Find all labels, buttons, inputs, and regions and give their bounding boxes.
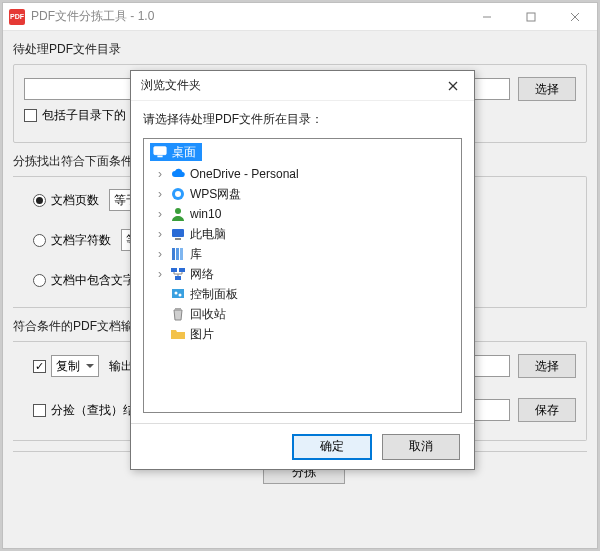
char-count-radio[interactable] (33, 234, 46, 247)
dialog-close-button[interactable] (438, 71, 468, 101)
contains-text-radio[interactable] (33, 274, 46, 287)
tree-item[interactable]: ›此电脑 (148, 224, 457, 244)
svg-rect-1 (527, 13, 535, 21)
folder-tree[interactable]: 桌面 ›OneDrive - Personal›WPS网盘›win10›此电脑›… (143, 138, 462, 413)
dialog-titlebar: 浏览文件夹 (131, 71, 474, 101)
save-button[interactable]: 保存 (518, 398, 576, 422)
copy-mode-select[interactable]: 复制 (51, 355, 99, 377)
page-count-radio[interactable] (33, 194, 46, 207)
svg-point-21 (179, 294, 182, 297)
svg-rect-22 (175, 308, 181, 310)
cpl-icon (170, 286, 186, 302)
dialog-body: 请选择待处理PDF文件所在目录： 桌面 ›OneDrive - Personal… (131, 101, 474, 423)
wps-icon (170, 186, 186, 202)
svg-rect-19 (172, 289, 184, 298)
dialog-ok-button[interactable]: 确定 (292, 434, 372, 460)
sort-result-checkbox[interactable] (33, 404, 46, 417)
title-bar: PDF PDF文件分拣工具 - 1.0 (3, 3, 597, 31)
include-subdir-checkbox[interactable] (24, 109, 37, 122)
tree-item[interactable]: 图片 (148, 324, 457, 344)
svg-rect-12 (175, 238, 181, 240)
tree-item-label: OneDrive - Personal (190, 167, 299, 181)
svg-rect-6 (154, 147, 166, 155)
svg-rect-13 (172, 248, 175, 260)
tree-item[interactable]: 回收站 (148, 304, 457, 324)
tree-item-label: 回收站 (190, 306, 226, 323)
net-icon (170, 266, 186, 282)
bin-icon (170, 306, 186, 322)
browse-output-button[interactable]: 选择 (518, 354, 576, 378)
svg-point-10 (175, 208, 181, 214)
tree-item[interactable]: 控制面板 (148, 284, 457, 304)
tree-item-label: 此电脑 (190, 226, 226, 243)
svg-rect-7 (157, 156, 162, 158)
expand-icon[interactable]: › (154, 187, 166, 201)
expand-icon[interactable]: › (154, 207, 166, 221)
lib-icon (170, 246, 186, 262)
app-icon: PDF (9, 9, 25, 25)
browse-folder-dialog: 浏览文件夹 请选择待处理PDF文件所在目录： 桌面 ›OneDrive - Pe… (130, 70, 475, 470)
tree-item[interactable]: ›网络 (148, 264, 457, 284)
svg-point-20 (175, 292, 178, 295)
folder-icon (170, 326, 186, 342)
svg-rect-14 (176, 248, 179, 260)
browse-input-button[interactable]: 选择 (518, 77, 576, 101)
maximize-button[interactable] (509, 3, 553, 31)
tree-item-label: 库 (190, 246, 202, 263)
expand-icon[interactable]: › (154, 267, 166, 281)
dialog-footer: 确定 取消 (131, 423, 474, 469)
cloud-icon (170, 166, 186, 182)
svg-point-9 (175, 191, 181, 197)
desktop-icon (152, 144, 168, 160)
tree-item[interactable]: ›WPS网盘 (148, 184, 457, 204)
svg-rect-11 (172, 229, 184, 237)
minimize-button[interactable] (465, 3, 509, 31)
tree-item-label: win10 (190, 207, 221, 221)
tree-item[interactable]: ›库 (148, 244, 457, 264)
tree-item-label: 图片 (190, 326, 214, 343)
pc-icon (170, 226, 186, 242)
app-title: PDF文件分拣工具 - 1.0 (31, 8, 465, 25)
svg-rect-17 (179, 268, 185, 272)
contains-text-label: 文档中包含文字 (51, 272, 135, 289)
tree-item[interactable]: ›OneDrive - Personal (148, 164, 457, 184)
dialog-title: 浏览文件夹 (141, 77, 438, 94)
include-subdir-label: 包括子目录下的 (42, 107, 126, 124)
page-count-label: 文档页数 (51, 192, 99, 209)
user-icon (170, 206, 186, 222)
expand-icon[interactable]: › (154, 227, 166, 241)
svg-rect-15 (180, 248, 183, 260)
tree-root-label: 桌面 (172, 144, 196, 161)
tree-item[interactable]: ›win10 (148, 204, 457, 224)
dialog-cancel-button[interactable]: 取消 (382, 434, 460, 460)
tree-item-label: WPS网盘 (190, 186, 241, 203)
expand-icon[interactable]: › (154, 247, 166, 261)
copy-checkbox[interactable] (33, 360, 46, 373)
dialog-message: 请选择待处理PDF文件所在目录： (143, 111, 462, 128)
tree-root[interactable]: 桌面 (150, 143, 202, 161)
char-count-label: 文档字符数 (51, 232, 111, 249)
close-button[interactable] (553, 3, 597, 31)
svg-rect-18 (175, 276, 181, 280)
tree-item-label: 网络 (190, 266, 214, 283)
svg-rect-16 (171, 268, 177, 272)
input-dir-label: 待处理PDF文件目录 (13, 41, 587, 58)
tree-item-label: 控制面板 (190, 286, 238, 303)
expand-icon[interactable]: › (154, 167, 166, 181)
